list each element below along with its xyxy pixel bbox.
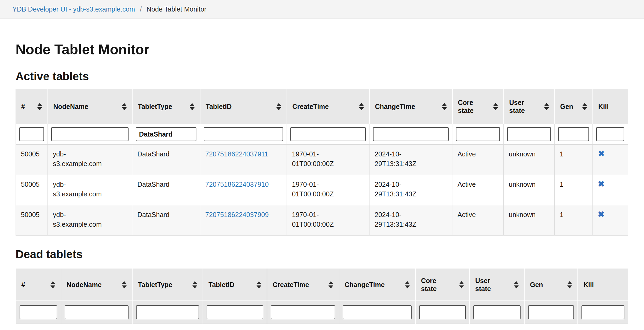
sort-icon[interactable] [459, 281, 464, 288]
cell-userstate: unknown [504, 205, 555, 236]
column-label: Core state [421, 277, 444, 293]
sort-icon[interactable] [192, 281, 197, 288]
filter-input-kill[interactable] [596, 127, 624, 141]
cell-tabletid: 72075186224037911 [200, 145, 287, 175]
filter-input-createtime[interactable] [290, 127, 366, 141]
sort-icon[interactable] [359, 103, 364, 110]
sort-icon[interactable] [190, 103, 195, 110]
filter-input-num[interactable] [19, 127, 44, 141]
sort-icon[interactable] [50, 281, 55, 288]
sort-icon[interactable] [514, 281, 519, 288]
sort-icon[interactable] [405, 281, 410, 288]
column-label: Kill [598, 102, 609, 111]
column-label: ChangeTime [375, 102, 415, 111]
col-header-tablettype[interactable]: TabletType [132, 269, 203, 301]
createtime-text: 1970-01-01T00:00:00Z [292, 210, 346, 229]
sort-icon[interactable] [257, 281, 261, 288]
filter-input-kill[interactable] [581, 305, 624, 319]
cell-nodename: ydb-s3.example.com [48, 145, 132, 175]
cell-userstate: unknown [504, 145, 555, 175]
col-header-num[interactable]: # [16, 269, 61, 301]
col-header-changetime[interactable]: ChangeTime [369, 89, 452, 124]
filter-input-userstate[interactable] [507, 127, 551, 141]
sort-icon[interactable] [442, 103, 447, 110]
column-label: TabletID [206, 102, 232, 111]
sort-icon[interactable] [276, 103, 281, 110]
col-header-kill: Kill [578, 269, 628, 301]
col-header-nodename[interactable]: NodeName [48, 89, 132, 124]
kill-button[interactable]: ✖ [598, 210, 605, 219]
col-header-tabletid[interactable]: TabletID [200, 89, 287, 124]
column-label: TabletType [138, 102, 172, 111]
column-label: User state [509, 98, 532, 115]
col-header-kill: Kill [593, 89, 628, 124]
col-header-createtime[interactable]: CreateTime [267, 269, 339, 301]
sort-icon[interactable] [328, 281, 333, 288]
sort-icon[interactable] [122, 281, 127, 288]
breadcrumb-home-link[interactable]: YDB Developer UI - ydb-s3.example.com [12, 5, 135, 13]
tablet-id-link[interactable]: 72075186224037911 [205, 150, 268, 158]
filter-input-gen[interactable] [558, 127, 589, 141]
col-header-num[interactable]: # [16, 89, 48, 124]
header-row: # NodeName TabletType TabletID CreateTim… [16, 269, 628, 301]
tablet-id-link[interactable]: 72075186224037910 [205, 181, 269, 188]
col-header-changetime[interactable]: ChangeTime [339, 269, 415, 301]
filter-input-nodename[interactable] [65, 305, 129, 319]
cell-num: 50005 [16, 145, 48, 175]
filter-input-changetime[interactable] [373, 127, 449, 141]
cell-kill: ✖ [593, 175, 628, 205]
sort-icon[interactable] [544, 103, 549, 110]
changetime-text: 2024-10-29T13:31:43Z [375, 179, 428, 199]
breadcrumb: YDB Developer UI - ydb-s3.example.com / … [0, 0, 644, 19]
breadcrumb-separator: / [140, 5, 142, 13]
col-header-gen[interactable]: Gen [524, 269, 578, 301]
cell-gen: 1 [555, 175, 593, 205]
filter-input-changetime[interactable] [343, 305, 412, 319]
column-label: TabletID [208, 281, 235, 289]
sort-icon[interactable] [37, 103, 42, 110]
col-header-tabletid[interactable]: TabletID [203, 269, 267, 301]
col-header-gen[interactable]: Gen [555, 89, 593, 124]
col-header-corestate[interactable]: Core state [452, 89, 504, 124]
col-header-userstate[interactable]: User state [470, 269, 524, 301]
cell-corestate: Active [452, 205, 504, 236]
page-title: Node Tablet Monitor [16, 42, 628, 57]
kill-button[interactable]: ✖ [598, 179, 605, 189]
cell-nodename: ydb-s3.example.com [48, 205, 132, 236]
dead-tablets-heading: Dead tablets [16, 248, 628, 261]
filter-input-corestate[interactable] [419, 305, 466, 319]
column-label: # [21, 102, 25, 111]
kill-button[interactable]: ✖ [598, 149, 605, 158]
filter-input-userstate[interactable] [473, 305, 521, 319]
filter-input-createtime[interactable] [271, 305, 335, 319]
sort-icon[interactable] [493, 103, 498, 110]
col-header-userstate[interactable]: User state [504, 89, 555, 124]
col-header-corestate[interactable]: Core state [415, 269, 470, 301]
filter-input-nodename[interactable] [51, 127, 129, 141]
nodename-text: ydb-s3.example.com [53, 210, 107, 229]
col-header-createtime[interactable]: CreateTime [287, 89, 369, 124]
cell-createtime: 1970-01-01T00:00:00Z [287, 205, 369, 236]
cell-tabletid: 72075186224037909 [200, 205, 287, 236]
table-row: 50005 ydb-s3.example.com DataShard 72075… [16, 205, 628, 236]
sort-icon[interactable] [582, 103, 587, 110]
filter-input-tabletid[interactable] [207, 305, 263, 319]
changetime-text: 2024-10-29T13:31:43Z [375, 149, 428, 168]
col-header-nodename[interactable]: NodeName [61, 269, 132, 301]
active-tablets-table: # NodeName TabletType TabletID CreateTim… [16, 89, 628, 236]
col-header-tablettype[interactable]: TabletType [132, 89, 200, 124]
filter-input-tablettype[interactable] [136, 127, 196, 141]
cell-createtime: 1970-01-01T00:00:00Z [287, 145, 369, 175]
active-tablets-heading: Active tablets [16, 70, 628, 83]
main-content: Node Tablet Monitor Active tablets # Nod… [0, 42, 644, 324]
tablet-id-link[interactable]: 72075186224037909 [205, 211, 269, 218]
filter-input-num[interactable] [20, 305, 57, 319]
filter-input-tabletid[interactable] [204, 127, 283, 141]
filter-input-tablettype[interactable] [136, 305, 199, 319]
cell-num: 50005 [16, 175, 48, 205]
filter-input-gen[interactable] [528, 305, 574, 319]
filter-input-corestate[interactable] [456, 127, 500, 141]
sort-icon[interactable] [122, 103, 127, 110]
column-label: NodeName [67, 281, 102, 289]
sort-icon[interactable] [567, 281, 572, 288]
